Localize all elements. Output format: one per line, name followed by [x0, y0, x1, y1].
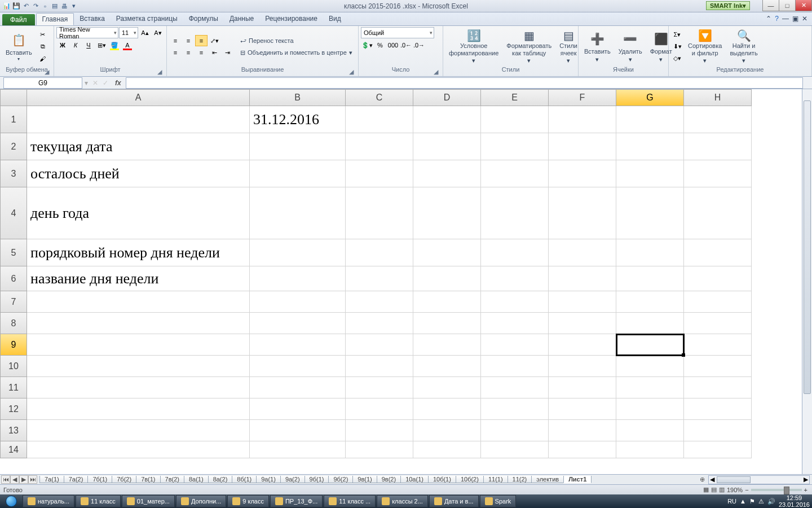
help-icon[interactable]: ?	[775, 15, 779, 23]
cell-E1[interactable]	[481, 106, 549, 133]
sheet-tab[interactable]: 11(1)	[483, 476, 508, 483]
align-bottom-icon[interactable]: ≡	[195, 35, 208, 46]
row-header[interactable]: 8	[0, 313, 27, 334]
column-header[interactable]: A	[27, 89, 250, 106]
doc-close-icon[interactable]: ✕	[802, 15, 807, 23]
tab-формулы[interactable]: Формулы	[183, 13, 224, 25]
cell-C5[interactable]	[346, 239, 413, 266]
sheet-tab[interactable]: 10б(2)	[456, 476, 484, 483]
sheet-tab[interactable]: 7а(1)	[39, 476, 64, 483]
taskbar-item[interactable]: 9 класс	[227, 495, 269, 507]
cell-G3[interactable]	[616, 160, 684, 187]
align-right-icon[interactable]: ≡	[195, 47, 208, 58]
cell-A8[interactable]	[27, 313, 250, 334]
format-painter-icon[interactable]: 🖌	[37, 53, 49, 64]
cell-A10[interactable]	[27, 356, 250, 377]
find-select-button[interactable]: 🔍Найти и выделить▾	[726, 28, 761, 66]
tray-show-hidden-icon[interactable]: ▲	[740, 498, 746, 505]
cell-H11[interactable]	[684, 377, 752, 398]
cell-B6[interactable]	[250, 266, 346, 291]
cell-A4[interactable]: день года	[27, 187, 250, 239]
sheet-first-icon[interactable]: ⏮	[1, 475, 10, 484]
cell-F4[interactable]	[549, 187, 616, 239]
percent-icon[interactable]: %	[374, 40, 386, 51]
sort-filter-button[interactable]: 🔽Сортировка и фильтр▾	[685, 28, 725, 66]
borders-icon[interactable]: ⊞▾	[95, 40, 108, 51]
tab-разметка страницы[interactable]: Разметка страницы	[111, 13, 183, 25]
vertical-scrollbar[interactable]	[802, 89, 812, 474]
cell-A13[interactable]	[27, 420, 250, 441]
cell-F13[interactable]	[549, 420, 616, 441]
cell-A9[interactable]	[27, 334, 250, 356]
sheet-prev-icon[interactable]: ◀	[10, 475, 19, 484]
cell-H4[interactable]	[684, 187, 752, 239]
row-header[interactable]: 4	[0, 187, 27, 239]
delete-cells-button[interactable]: ➖Удалить▾	[615, 28, 646, 66]
cell-H14[interactable]	[684, 441, 752, 458]
tray-clock[interactable]: 12:59 23.01.2016	[779, 494, 810, 508]
cell-D5[interactable]	[413, 239, 481, 266]
column-header[interactable]: G	[616, 89, 684, 106]
cell-A1[interactable]	[27, 106, 250, 133]
cell-C2[interactable]	[346, 133, 413, 160]
fx-icon[interactable]: fx	[115, 79, 121, 87]
sheet-tab[interactable]: 11(2)	[508, 476, 532, 483]
font-color-icon[interactable]: A	[121, 40, 134, 51]
column-header[interactable]: C	[346, 89, 413, 106]
grow-font-icon[interactable]: A▴	[139, 27, 151, 38]
cell-E7[interactable]	[481, 291, 549, 313]
autosum-icon[interactable]: Σ▾	[671, 29, 683, 41]
cell-C4[interactable]	[346, 187, 413, 239]
tray-network-icon[interactable]: ⚠	[758, 498, 764, 505]
cell-G8[interactable]	[616, 313, 684, 334]
cell-C6[interactable]	[346, 266, 413, 291]
cell-D8[interactable]	[413, 313, 481, 334]
cell-A11[interactable]	[27, 377, 250, 398]
row-header[interactable]: 3	[0, 160, 27, 187]
cell-E14[interactable]	[481, 441, 549, 458]
tab-рецензирование[interactable]: Рецензирование	[259, 13, 323, 25]
cell-G1[interactable]	[616, 106, 684, 133]
cell-C8[interactable]	[346, 313, 413, 334]
sheet-tab[interactable]: 7а(2)	[64, 476, 89, 483]
view-layout-icon[interactable]: ▤	[711, 486, 717, 493]
column-header[interactable]: D	[413, 89, 481, 106]
cell-D4[interactable]	[413, 187, 481, 239]
cell-F9[interactable]	[549, 334, 616, 356]
cell-F14[interactable]	[549, 441, 616, 458]
tab-вставка[interactable]: Вставка	[74, 13, 111, 25]
clipboard-launcher-icon[interactable]: ◢	[45, 68, 52, 76]
select-all-corner[interactable]	[0, 89, 27, 106]
cell-G5[interactable]	[616, 239, 684, 266]
cell-E12[interactable]	[481, 398, 549, 420]
taskbar-item[interactable]: 11 класс ...	[324, 495, 376, 507]
font-launcher-icon[interactable]: ◢	[157, 68, 165, 76]
cell-D1[interactable]	[413, 106, 481, 133]
cell-D14[interactable]	[413, 441, 481, 458]
cell-G7[interactable]	[616, 291, 684, 313]
cell-A14[interactable]	[27, 441, 250, 458]
new-sheet-icon[interactable]: ⊕	[696, 476, 708, 483]
cell-G14[interactable]	[616, 441, 684, 458]
cell-C1[interactable]	[346, 106, 413, 133]
cell-B14[interactable]	[250, 441, 346, 458]
cell-B7[interactable]	[250, 291, 346, 313]
cell-C9[interactable]	[346, 334, 413, 356]
formula-input[interactable]	[126, 77, 803, 89]
cell-C13[interactable]	[346, 420, 413, 441]
sheet-tab[interactable]: электив	[531, 476, 564, 483]
align-center-icon[interactable]: ≡	[182, 47, 195, 58]
doc-min-icon[interactable]: —	[782, 15, 789, 23]
cell-D13[interactable]	[413, 420, 481, 441]
cell-B12[interactable]	[250, 398, 346, 420]
cell-F7[interactable]	[549, 291, 616, 313]
tray-lang[interactable]: RU	[727, 498, 736, 505]
cell-D2[interactable]	[413, 133, 481, 160]
row-header[interactable]: 12	[0, 398, 27, 420]
sheet-tab[interactable]: 9б(1)	[304, 476, 329, 483]
cell-D7[interactable]	[413, 291, 481, 313]
align-middle-icon[interactable]: ≡	[182, 35, 195, 46]
minimize-button[interactable]: —	[762, 0, 779, 11]
cell-E2[interactable]	[481, 133, 549, 160]
shrink-font-icon[interactable]: A▾	[152, 27, 164, 38]
